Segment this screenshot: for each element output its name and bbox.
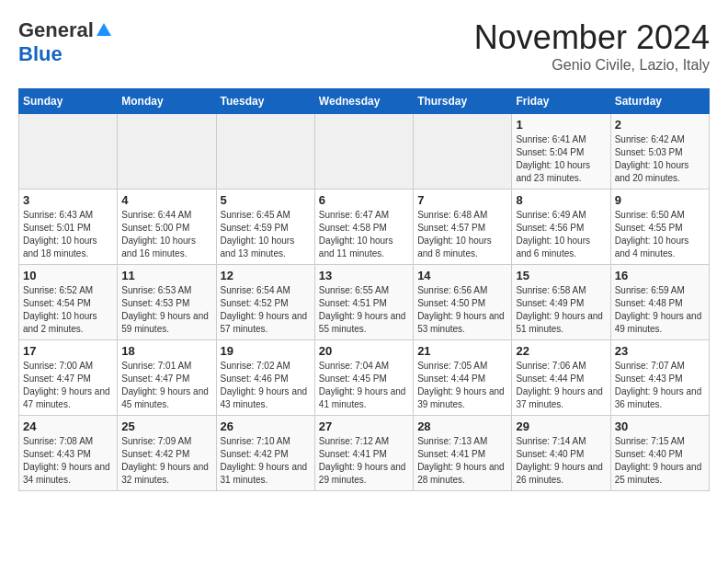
day-cell: 16Sunrise: 6:59 AMSunset: 4:48 PMDayligh… (610, 265, 709, 340)
day-info: Sunrise: 7:09 AMSunset: 4:42 PMDaylight:… (121, 435, 211, 487)
day-cell (118, 114, 216, 190)
day-cell: 10Sunrise: 6:52 AMSunset: 4:54 PMDayligh… (19, 265, 118, 340)
day-info: Sunrise: 6:54 AMSunset: 4:52 PMDaylight:… (221, 284, 311, 336)
day-cell: 15Sunrise: 6:58 AMSunset: 4:49 PMDayligh… (512, 265, 610, 340)
day-number: 8 (516, 193, 606, 207)
day-info: Sunrise: 7:07 AMSunset: 4:43 PMDaylight:… (615, 360, 705, 411)
day-info: Sunrise: 7:15 AMSunset: 4:40 PMDaylight:… (615, 435, 705, 487)
day-info: Sunrise: 7:12 AMSunset: 4:41 PMDaylight:… (319, 435, 409, 487)
day-cell: 20Sunrise: 7:04 AMSunset: 4:45 PMDayligh… (314, 340, 413, 416)
title-block: November 2024 Genio Civile, Lazio, Italy (474, 18, 710, 74)
day-cell: 14Sunrise: 6:56 AMSunset: 4:50 PMDayligh… (414, 265, 512, 340)
day-cell: 27Sunrise: 7:12 AMSunset: 4:41 PMDayligh… (314, 416, 413, 491)
day-cell: 19Sunrise: 7:02 AMSunset: 4:46 PMDayligh… (216, 340, 314, 416)
day-cell: 8Sunrise: 6:49 AMSunset: 4:56 PMDaylight… (512, 190, 610, 265)
logo-general: General (18, 18, 94, 42)
calendar-table: SundayMondayTuesdayWednesdayThursdayFrid… (18, 88, 710, 491)
day-info: Sunrise: 7:05 AMSunset: 4:44 PMDaylight:… (417, 360, 507, 411)
day-number: 19 (221, 344, 311, 358)
day-number: 22 (516, 344, 606, 358)
day-info: Sunrise: 6:55 AMSunset: 4:51 PMDaylight:… (319, 284, 409, 336)
day-cell: 3Sunrise: 6:43 AMSunset: 5:01 PMDaylight… (19, 190, 118, 265)
weekday-header-monday: Monday (118, 89, 216, 114)
day-info: Sunrise: 6:52 AMSunset: 4:54 PMDaylight:… (23, 284, 113, 336)
day-cell: 7Sunrise: 6:48 AMSunset: 4:57 PMDaylight… (414, 190, 512, 265)
day-cell: 21Sunrise: 7:05 AMSunset: 4:44 PMDayligh… (414, 340, 512, 416)
day-number: 21 (417, 344, 507, 358)
day-cell: 29Sunrise: 7:14 AMSunset: 4:40 PMDayligh… (512, 416, 610, 491)
day-number: 25 (121, 419, 211, 433)
day-number: 5 (221, 193, 311, 207)
day-cell: 5Sunrise: 6:45 AMSunset: 4:59 PMDaylight… (216, 190, 314, 265)
day-cell: 23Sunrise: 7:07 AMSunset: 4:43 PMDayligh… (610, 340, 709, 416)
week-row-2: 3Sunrise: 6:43 AMSunset: 5:01 PMDaylight… (19, 190, 710, 265)
day-info: Sunrise: 6:44 AMSunset: 5:00 PMDaylight:… (121, 209, 211, 260)
weekday-header-wednesday: Wednesday (314, 89, 413, 114)
location-subtitle: Genio Civile, Lazio, Italy (474, 57, 710, 74)
week-row-1: 1Sunrise: 6:41 AMSunset: 5:04 PMDaylight… (19, 114, 710, 190)
day-number: 10 (23, 269, 113, 282)
month-year-title: November 2024 (474, 18, 710, 57)
day-cell: 18Sunrise: 7:01 AMSunset: 4:47 PMDayligh… (118, 340, 216, 416)
day-cell: 13Sunrise: 6:55 AMSunset: 4:51 PMDayligh… (314, 265, 413, 340)
day-number: 15 (516, 269, 606, 282)
day-info: Sunrise: 6:42 AMSunset: 5:03 PMDaylight:… (615, 133, 705, 185)
day-info: Sunrise: 7:10 AMSunset: 4:42 PMDaylight:… (221, 435, 311, 487)
day-info: Sunrise: 6:45 AMSunset: 4:59 PMDaylight:… (221, 209, 311, 260)
day-number: 2 (615, 118, 705, 132)
day-number: 24 (23, 419, 113, 433)
day-number: 28 (417, 419, 507, 433)
weekday-header-tuesday: Tuesday (216, 89, 314, 114)
day-info: Sunrise: 6:50 AMSunset: 4:55 PMDaylight:… (615, 209, 705, 260)
day-cell: 26Sunrise: 7:10 AMSunset: 4:42 PMDayligh… (216, 416, 314, 491)
day-cell: 11Sunrise: 6:53 AMSunset: 4:53 PMDayligh… (118, 265, 216, 340)
day-info: Sunrise: 6:56 AMSunset: 4:50 PMDaylight:… (417, 284, 507, 336)
day-number: 1 (516, 118, 606, 132)
logo-blue: Blue (18, 42, 63, 65)
week-row-3: 10Sunrise: 6:52 AMSunset: 4:54 PMDayligh… (19, 265, 710, 340)
day-number: 9 (615, 193, 705, 207)
day-cell: 24Sunrise: 7:08 AMSunset: 4:43 PMDayligh… (19, 416, 118, 491)
day-number: 29 (516, 419, 606, 433)
day-number: 26 (221, 419, 311, 433)
day-number: 6 (319, 193, 409, 207)
day-number: 11 (121, 269, 211, 282)
day-info: Sunrise: 6:59 AMSunset: 4:48 PMDaylight:… (615, 284, 705, 336)
weekday-header-thursday: Thursday (414, 89, 512, 114)
day-cell (314, 114, 413, 190)
day-cell: 30Sunrise: 7:15 AMSunset: 4:40 PMDayligh… (610, 416, 709, 491)
day-number: 23 (615, 344, 705, 358)
day-cell: 2Sunrise: 6:42 AMSunset: 5:03 PMDaylight… (610, 114, 709, 190)
day-number: 27 (319, 419, 409, 433)
day-cell: 9Sunrise: 6:50 AMSunset: 4:55 PMDaylight… (610, 190, 709, 265)
day-cell: 6Sunrise: 6:47 AMSunset: 4:58 PMDaylight… (314, 190, 413, 265)
day-number: 30 (615, 419, 705, 433)
day-cell (216, 114, 314, 190)
day-info: Sunrise: 7:13 AMSunset: 4:41 PMDaylight:… (417, 435, 507, 487)
day-cell: 12Sunrise: 6:54 AMSunset: 4:52 PMDayligh… (216, 265, 314, 340)
day-number: 16 (615, 269, 705, 282)
weekday-header-sunday: Sunday (19, 89, 118, 114)
day-number: 20 (319, 344, 409, 358)
day-info: Sunrise: 6:58 AMSunset: 4:49 PMDaylight:… (516, 284, 606, 336)
day-info: Sunrise: 6:48 AMSunset: 4:57 PMDaylight:… (417, 209, 507, 260)
day-cell: 4Sunrise: 6:44 AMSunset: 5:00 PMDaylight… (118, 190, 216, 265)
page-header: General Blue November 2024 Genio Civile,… (18, 18, 710, 74)
day-info: Sunrise: 7:00 AMSunset: 4:47 PMDaylight:… (23, 360, 113, 411)
day-cell: 25Sunrise: 7:09 AMSunset: 4:42 PMDayligh… (118, 416, 216, 491)
day-info: Sunrise: 6:49 AMSunset: 4:56 PMDaylight:… (516, 209, 606, 260)
day-cell: 22Sunrise: 7:06 AMSunset: 4:44 PMDayligh… (512, 340, 610, 416)
day-cell: 17Sunrise: 7:00 AMSunset: 4:47 PMDayligh… (19, 340, 118, 416)
logo: General Blue (18, 18, 111, 66)
day-number: 12 (221, 269, 311, 282)
week-row-5: 24Sunrise: 7:08 AMSunset: 4:43 PMDayligh… (19, 416, 710, 491)
day-number: 7 (417, 193, 507, 207)
day-number: 13 (319, 269, 409, 282)
day-number: 17 (23, 344, 113, 358)
day-info: Sunrise: 7:02 AMSunset: 4:46 PMDaylight:… (221, 360, 311, 411)
day-number: 18 (121, 344, 211, 358)
day-info: Sunrise: 6:41 AMSunset: 5:04 PMDaylight:… (516, 133, 606, 185)
day-info: Sunrise: 7:04 AMSunset: 4:45 PMDaylight:… (319, 360, 409, 411)
day-number: 3 (23, 193, 113, 207)
day-cell (414, 114, 512, 190)
